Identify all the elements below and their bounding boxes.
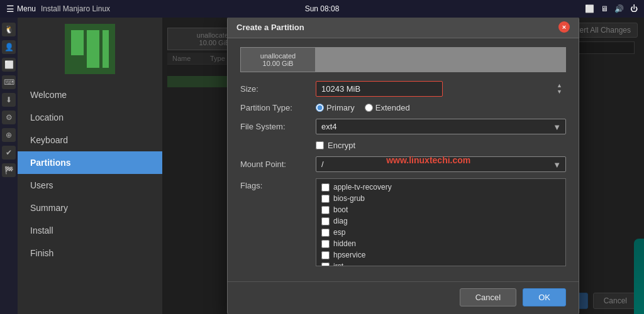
svg-rect-3: [103, 30, 109, 68]
flag-item-5: hidden: [319, 238, 563, 249]
svg-rect-1: [71, 30, 84, 55]
sidebar-item-partitions[interactable]: Partitions: [18, 151, 162, 174]
icon-btn-7[interactable]: ⊕: [2, 128, 16, 142]
mount-point-input[interactable]: [316, 156, 566, 172]
taskbar: ☰ Menu Install Manjaro Linux Sun 08:08 ⬜…: [0, 0, 644, 18]
flag-checkbox-boot[interactable]: [321, 206, 330, 214]
size-input[interactable]: [316, 81, 443, 97]
icon-btn-2[interactable]: 👤: [2, 40, 16, 54]
taskbar-left: ☰ Menu Install Manjaro Linux: [6, 4, 110, 14]
flag-checkbox-apple-tv-recovery[interactable]: [321, 183, 330, 192]
create-partition-dialog: Create a Partition × www.linuxtechi.com …: [227, 18, 579, 314]
menu-button[interactable]: ☰ Menu: [6, 4, 36, 14]
dialog-title: Create a Partition: [236, 23, 304, 32]
flags-row: Flags: apple-tv-recovery bios-grub: [240, 178, 566, 266]
taskbar-clock: Sun 08:08: [305, 4, 340, 13]
window-title: Install Manjaro Linux: [41, 4, 110, 13]
dialog-ok-button[interactable]: OK: [523, 288, 566, 306]
partition-unalloc: unallocated 10.00 GiB: [240, 47, 316, 72]
sidebar-item-install[interactable]: Install: [18, 219, 162, 242]
dialog-body: www.linuxtechi.com unallocated 10.00 GiB…: [228, 38, 579, 281]
flag-item-4: esp: [319, 227, 563, 238]
sidebar-item-location[interactable]: Location: [18, 106, 162, 129]
partition-type-label: Partition Type:: [240, 103, 316, 112]
icon-btn-4[interactable]: ⌨: [2, 75, 16, 89]
flag-item-7: irst: [319, 261, 563, 266]
main-layout: 🐧 👤 ⬜ ⌨ ⬇ ⚙ ⊕ ✔ 🏁 Welcome Location Keybo…: [0, 18, 644, 314]
filesystem-select[interactable]: ext4 ext3 fat32 swap: [316, 119, 566, 134]
dialog-overlay: Create a Partition × www.linuxtechi.com …: [162, 18, 644, 314]
mount-point-label: Mount Point:: [240, 160, 316, 169]
filesystem-label: File System:: [240, 122, 316, 131]
flag-item-1: bios-grub: [319, 193, 563, 204]
menu-label: Menu: [17, 4, 36, 13]
partition-visual: unallocated 10.00 GiB: [240, 47, 566, 72]
partition-type-row: Partition Type: Primary Extended: [240, 103, 566, 112]
sidebar-item-summary[interactable]: Summary: [18, 197, 162, 219]
size-decrement-button[interactable]: ▼: [555, 89, 564, 95]
icon-btn-5[interactable]: ⬇: [2, 93, 16, 107]
flag-item-3: diag: [319, 215, 563, 227]
flag-checkbox-hpservice[interactable]: [321, 251, 330, 259]
display-icon[interactable]: 🖥: [601, 4, 608, 13]
sidebar-item-finish[interactable]: Finish: [18, 242, 162, 264]
size-label: Size:: [240, 84, 316, 94]
icon-btn-3[interactable]: ⬜: [2, 58, 16, 72]
mount-point-select-wrapper: ▼: [316, 156, 566, 172]
flag-checkbox-diag[interactable]: [321, 217, 330, 225]
mount-point-row: Mount Point: ▼: [240, 156, 566, 172]
minimize-icon[interactable]: ⬜: [585, 4, 594, 13]
sidebar-nav: Welcome Location Keyboard Partitions Use…: [18, 84, 162, 264]
encrypt-row: Encrypt: [240, 141, 566, 150]
sidebar-icon-strip: 🐧 👤 ⬜ ⌨ ⬇ ⚙ ⊕ ✔ 🏁: [0, 18, 18, 314]
flag-item-0: apple-tv-recovery: [319, 181, 563, 193]
flag-checkbox-irst[interactable]: [321, 263, 330, 267]
manjaro-logo: [65, 24, 115, 74]
icon-btn-8[interactable]: ✔: [2, 146, 16, 160]
partition-new-seg: [316, 47, 566, 72]
volume-icon[interactable]: 🔊: [614, 4, 624, 13]
size-increment-button[interactable]: ▲: [555, 83, 564, 89]
size-row: Size: ▲ ▼: [240, 81, 566, 97]
content-area: Revert All Changes unallocated 10.00 GiB…: [162, 18, 644, 314]
filesystem-row: File System: ext4 ext3 fat32 swap ▼: [240, 119, 566, 134]
radio-extended[interactable]: [365, 104, 373, 112]
flags-list[interactable]: apple-tv-recovery bios-grub boot: [316, 178, 566, 266]
partition-type-radio-group: Primary Extended: [316, 103, 566, 112]
flag-checkbox-bios-grub[interactable]: [321, 195, 330, 203]
flag-checkbox-hidden[interactable]: [321, 240, 330, 248]
dialog-footer: Cancel OK: [228, 281, 579, 314]
sidebar-item-welcome[interactable]: Welcome: [18, 84, 162, 106]
taskbar-right: ⬜ 🖥 🔊 ⏻: [585, 4, 638, 13]
icon-btn-9[interactable]: 🏁: [2, 163, 16, 177]
menu-icon: ☰: [6, 4, 14, 14]
sidebar-item-keyboard[interactable]: Keyboard: [18, 129, 162, 151]
svg-rect-2: [87, 30, 99, 68]
flag-item-2: boot: [319, 204, 563, 215]
flag-checkbox-esp[interactable]: [321, 229, 330, 237]
sidebar: Welcome Location Keyboard Partitions Use…: [18, 18, 162, 314]
filesystem-select-wrapper: ext4 ext3 fat32 swap ▼: [316, 119, 566, 134]
size-spinner: ▲ ▼: [316, 81, 566, 97]
radio-primary[interactable]: [316, 104, 324, 112]
icon-btn-6[interactable]: ⚙: [2, 111, 16, 124]
dialog-close-button[interactable]: ×: [558, 21, 570, 33]
dialog-cancel-button[interactable]: Cancel: [460, 288, 516, 306]
icon-btn-1[interactable]: 🐧: [2, 23, 16, 36]
flag-item-6: hpservice: [319, 249, 563, 261]
sidebar-item-users[interactable]: Users: [18, 174, 162, 197]
encrypt-checkbox[interactable]: [316, 141, 324, 149]
flags-label: Flags:: [240, 178, 316, 190]
radio-primary-label[interactable]: Primary: [316, 103, 355, 112]
encrypt-label[interactable]: Encrypt: [316, 141, 355, 150]
radio-extended-label[interactable]: Extended: [365, 103, 410, 112]
power-icon[interactable]: ⏻: [630, 4, 638, 13]
dialog-titlebar: Create a Partition ×: [228, 18, 579, 38]
